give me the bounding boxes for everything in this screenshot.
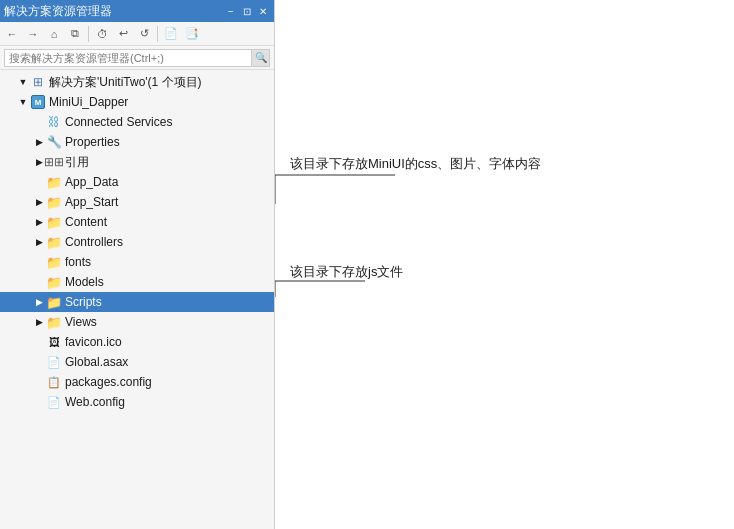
app-start-icon: 📁	[46, 194, 62, 210]
auto-hide-button[interactable]: ⊡	[240, 4, 254, 18]
annotation-1: 该目录下存放MiniUI的css、图片、字体内容	[290, 155, 541, 173]
solution-icon: ⊞	[30, 74, 46, 90]
title-bar-left: 解决方案资源管理器	[4, 3, 112, 20]
properties-icon: 🔧	[46, 134, 62, 150]
properties-arrow	[32, 135, 46, 149]
copy-button[interactable]: 📑	[182, 24, 202, 44]
models-icon: 📁	[46, 274, 62, 290]
connected-services-icon: ⛓	[46, 114, 62, 130]
refs-icon: ⊞⊞	[46, 154, 62, 170]
separator-2	[157, 26, 158, 42]
solution-label: 解决方案'UnitiTwo'(1 个项目)	[49, 74, 202, 91]
fonts-label: fonts	[65, 255, 91, 269]
views-item[interactable]: 📁 Views	[0, 312, 274, 332]
undo-button[interactable]: ↩	[113, 24, 133, 44]
connected-services-item[interactable]: ⛓ Connected Services	[0, 112, 274, 132]
refs-label: 引用	[65, 154, 89, 171]
annotation-2: 该目录下存放js文件	[290, 263, 403, 281]
project-expand	[16, 95, 30, 109]
separator-1	[88, 26, 89, 42]
controllers-item[interactable]: 📁 Controllers	[0, 232, 274, 252]
scripts-arrow	[32, 295, 46, 309]
web-config-icon: 📄	[46, 394, 62, 410]
solution-expand	[16, 75, 30, 89]
global-label: Global.asax	[65, 355, 128, 369]
views-arrow	[32, 315, 46, 329]
toolbar: ← → ⌂ ⧉ ⏱ ↩ ↺ 📄 📑	[0, 22, 274, 46]
packages-item[interactable]: 📋 packages.config	[0, 372, 274, 392]
web-config-item[interactable]: 📄 Web.config	[0, 392, 274, 412]
controllers-label: Controllers	[65, 235, 123, 249]
annotation-area: 该目录下存放MiniUI的css、图片、字体内容 该目录下存放js文件	[275, 0, 734, 529]
packages-label: packages.config	[65, 375, 152, 389]
favicon-label: favicon.ico	[65, 335, 122, 349]
content-label: Content	[65, 215, 107, 229]
pin-button[interactable]: −	[224, 4, 238, 18]
content-arrow	[32, 215, 46, 229]
forward-button[interactable]: →	[23, 24, 43, 44]
favicon-icon: 🖼	[46, 334, 62, 350]
app-start-label: App_Start	[65, 195, 118, 209]
favicon-item[interactable]: 🖼 favicon.ico	[0, 332, 274, 352]
content-item[interactable]: 📁 Content	[0, 212, 274, 232]
search-bar: 🔍	[0, 46, 274, 70]
scripts-item[interactable]: 📁 Scripts	[0, 292, 274, 312]
file-button[interactable]: 📄	[161, 24, 181, 44]
solution-tree: ⊞ 解决方案'UnitiTwo'(1 个项目) M MiniUi_Dapper …	[0, 70, 274, 529]
models-label: Models	[65, 275, 104, 289]
global-icon: 📄	[46, 354, 62, 370]
fonts-icon: 📁	[46, 254, 62, 270]
sync-button[interactable]: ⧉	[65, 24, 85, 44]
models-item[interactable]: 📁 Models	[0, 272, 274, 292]
close-button[interactable]: ✕	[256, 4, 270, 18]
scripts-label: Scripts	[65, 295, 102, 309]
project-icon: M	[30, 94, 46, 110]
controllers-arrow	[32, 235, 46, 249]
annotation-2-text: 该目录下存放js文件	[290, 264, 403, 279]
app-start-item[interactable]: 📁 App_Start	[0, 192, 274, 212]
search-input[interactable]	[4, 49, 252, 67]
app-data-icon: 📁	[46, 174, 62, 190]
annotation-1-text: 该目录下存放MiniUI的css、图片、字体内容	[290, 156, 541, 171]
properties-item[interactable]: 🔧 Properties	[0, 132, 274, 152]
refs-item[interactable]: ⊞⊞ 引用	[0, 152, 274, 172]
properties-label: Properties	[65, 135, 120, 149]
refresh-button[interactable]: ↺	[134, 24, 154, 44]
title-bar-icons: − ⊡ ✕	[224, 4, 270, 18]
global-item[interactable]: 📄 Global.asax	[0, 352, 274, 372]
home-button[interactable]: ⌂	[44, 24, 64, 44]
solution-explorer-panel: 解决方案资源管理器 − ⊡ ✕ ← → ⌂ ⧉ ⏱ ↩ ↺ 📄 📑 🔍	[0, 0, 275, 529]
content-icon: 📁	[46, 214, 62, 230]
project-item[interactable]: M MiniUi_Dapper	[0, 92, 274, 112]
panel-title: 解决方案资源管理器	[4, 3, 112, 20]
main-layout: 解决方案资源管理器 − ⊡ ✕ ← → ⌂ ⧉ ⏱ ↩ ↺ 📄 📑 🔍	[0, 0, 734, 529]
packages-icon: 📋	[46, 374, 62, 390]
connected-services-label: Connected Services	[65, 115, 172, 129]
app-start-arrow	[32, 195, 46, 209]
title-bar: 解决方案资源管理器 − ⊡ ✕	[0, 0, 274, 22]
timer-button[interactable]: ⏱	[92, 24, 112, 44]
app-data-item[interactable]: 📁 App_Data	[0, 172, 274, 192]
search-button[interactable]: 🔍	[252, 49, 270, 67]
views-label: Views	[65, 315, 97, 329]
back-button[interactable]: ←	[2, 24, 22, 44]
scripts-icon: 📁	[46, 294, 62, 310]
fonts-item[interactable]: 📁 fonts	[0, 252, 274, 272]
app-data-label: App_Data	[65, 175, 118, 189]
views-icon: 📁	[46, 314, 62, 330]
controllers-icon: 📁	[46, 234, 62, 250]
project-label: MiniUi_Dapper	[49, 95, 128, 109]
solution-item[interactable]: ⊞ 解决方案'UnitiTwo'(1 个项目)	[0, 72, 274, 92]
web-config-label: Web.config	[65, 395, 125, 409]
